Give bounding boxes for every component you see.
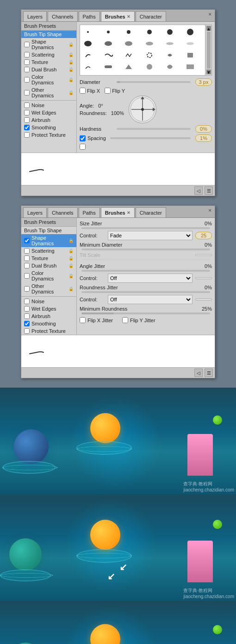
min-roundness-slider[interactable] xyxy=(81,312,210,314)
brush-tip-65[interactable] xyxy=(122,38,135,49)
brush-item-2-airbrush[interactable]: Airbrush xyxy=(21,312,76,320)
brush-item-2-noise[interactable]: Noise xyxy=(21,298,76,305)
brush-item-other-dynamics[interactable]: Other Dynamics 🔒 xyxy=(21,86,76,99)
wet-edges-checkbox-2[interactable] xyxy=(24,306,30,312)
hardness-value[interactable]: 0% xyxy=(195,125,212,133)
flip-x-checkbox[interactable] xyxy=(80,88,86,94)
tab-brushes-1[interactable]: Brushes ✕ xyxy=(101,11,135,21)
protect-texture-checkbox-2[interactable] xyxy=(24,328,30,334)
footer-icon-right-2[interactable]: ☰ xyxy=(205,369,213,377)
extra-checkbox[interactable] xyxy=(80,144,86,150)
color-dynamics-checkbox[interactable] xyxy=(24,77,30,83)
hardness-slider[interactable] xyxy=(117,128,191,130)
tab-channels-1[interactable]: Channels xyxy=(48,11,77,21)
flip-y-label[interactable]: Flip Y xyxy=(105,88,125,94)
brush-tip-35[interactable] xyxy=(81,38,94,49)
flip-y-jitter-label[interactable]: Flip Y Jitter xyxy=(122,317,155,323)
other-dynamics-checkbox[interactable] xyxy=(24,90,30,96)
brush-tip-300[interactable] xyxy=(184,38,197,49)
brush-angle-preview[interactable] xyxy=(129,96,156,123)
brush-item-2-shape-dynamics[interactable]: Shape Dynamics 🔒 xyxy=(21,234,76,247)
brush-tip-13[interactable] xyxy=(122,26,135,38)
brush-item-airbrush[interactable]: Airbrush xyxy=(21,116,76,124)
size-jitter-slider[interactable] xyxy=(81,227,210,229)
brush-tip-9[interactable] xyxy=(102,26,115,38)
spacing-checkbox[interactable] xyxy=(80,135,86,141)
scattering-checkbox[interactable] xyxy=(24,52,30,57)
tab-character-1[interactable]: Character xyxy=(136,11,166,21)
min-diameter-slider[interactable] xyxy=(81,249,210,250)
texture-checkbox-2[interactable] xyxy=(24,255,30,261)
brush-tip-17[interactable] xyxy=(143,26,156,38)
airbrush-checkbox[interactable] xyxy=(24,117,30,123)
spacing-label[interactable]: Spacing xyxy=(80,135,106,141)
brush-tip-s6[interactable] xyxy=(184,50,197,61)
tab-close-icon-2[interactable]: ✕ xyxy=(127,210,130,215)
brush-item-noise[interactable]: Noise xyxy=(21,102,76,109)
brush-tip-45[interactable] xyxy=(102,38,115,49)
other-dynamics-checkbox-2[interactable] xyxy=(24,286,30,292)
diameter-value[interactable]: 3 px xyxy=(195,78,212,86)
spacing-value[interactable]: 1% xyxy=(195,134,212,142)
panel-close-button-2[interactable]: ✕ xyxy=(207,208,213,213)
brush-tip-t5[interactable] xyxy=(163,61,176,72)
brush-tip-s5[interactable] xyxy=(163,50,176,61)
tab-paths-1[interactable]: Paths xyxy=(79,11,100,21)
brush-item-dual-brush[interactable]: Dual Brush 🔒 xyxy=(21,66,76,73)
brush-tip-t2[interactable] xyxy=(102,61,115,72)
brush-tip-s2[interactable] xyxy=(102,50,115,61)
brush-item-smoothing[interactable]: Smoothing xyxy=(21,124,76,131)
brush-item-texture[interactable]: Texture 🔒 xyxy=(21,58,76,66)
flip-y-checkbox[interactable] xyxy=(105,88,111,94)
brush-item-2-scattering[interactable]: Scattering 🔒 xyxy=(21,247,76,255)
brush-tip-s3[interactable] xyxy=(122,50,135,61)
dual-brush-checkbox-2[interactable] xyxy=(24,263,30,268)
flip-x-jitter-checkbox[interactable] xyxy=(80,317,86,323)
noise-checkbox-2[interactable] xyxy=(24,299,30,304)
brush-item-2-texture[interactable]: Texture 🔒 xyxy=(21,255,76,262)
tab-character-2[interactable]: Character xyxy=(136,207,166,217)
flip-x-label[interactable]: Flip X xyxy=(80,88,100,94)
brush-item-2-other-dynamics[interactable]: Other Dynamics 🔒 xyxy=(21,282,76,295)
brush-tip-21[interactable] xyxy=(163,26,176,38)
brush-item-2-color-dynamics[interactable]: Color Dynamics 🔒 xyxy=(21,269,76,282)
brush-tip-t6[interactable] xyxy=(184,61,197,72)
brush-item-wet-edges[interactable]: Wet Edges xyxy=(21,109,76,116)
footer-icon-right-1[interactable]: ☰ xyxy=(205,186,213,195)
diameter-slider[interactable] xyxy=(117,81,191,83)
brush-item-2-brush-tip[interactable]: Brush Tip Shape xyxy=(21,227,76,234)
color-dynamics-checkbox-2[interactable] xyxy=(24,273,30,279)
brush-item-2-wet-edges[interactable]: Wet Edges xyxy=(21,305,76,312)
footer-icon-left-2[interactable]: ◁ xyxy=(194,369,203,377)
brush-item-shape-dynamics[interactable]: Shape Dynamics 🔒 xyxy=(21,38,76,51)
texture-checkbox[interactable] xyxy=(24,59,30,65)
tab-close-icon-1[interactable]: ✕ xyxy=(127,14,130,19)
brush-tip-s1[interactable] xyxy=(81,50,94,61)
flip-x-jitter-label[interactable]: Flip X Jitter xyxy=(80,317,113,323)
footer-icon-left-1[interactable]: ◁ xyxy=(194,186,203,195)
control-fade-select[interactable]: Fade Off Pen Pressure xyxy=(108,231,193,240)
shape-dynamics-checkbox-2[interactable] xyxy=(24,238,30,243)
spacing-slider[interactable] xyxy=(111,137,191,139)
brush-tip-27[interactable] xyxy=(184,26,197,38)
scroll-down-arrow[interactable]: ▼ xyxy=(206,70,211,74)
brush-tip-200[interactable] xyxy=(163,38,176,49)
brush-tip-s4[interactable] xyxy=(143,50,156,61)
brush-item-color-dynamics[interactable]: Color Dynamics 🔒 xyxy=(21,73,76,86)
wet-edges-checkbox[interactable] xyxy=(24,110,30,115)
brush-item-protect-texture[interactable]: Protect Texture xyxy=(21,131,76,139)
brush-item-2-smoothing[interactable]: Smoothing xyxy=(21,320,76,327)
smoothing-checkbox-2[interactable] xyxy=(24,321,30,326)
control-fade-value[interactable]: 25 xyxy=(195,232,212,239)
roundness-jitter-slider[interactable] xyxy=(81,291,210,293)
tab-layers-2[interactable]: Layers xyxy=(23,207,47,217)
scroll-up-arrow[interactable]: ▲ xyxy=(206,26,211,31)
noise-checkbox[interactable] xyxy=(24,102,30,108)
brush-tip-t4[interactable] xyxy=(143,61,156,72)
flip-y-jitter-checkbox[interactable] xyxy=(122,317,128,323)
protect-texture-checkbox[interactable] xyxy=(24,132,30,138)
tab-paths-2[interactable]: Paths xyxy=(79,207,100,217)
panel-close-button-1[interactable]: ✕ xyxy=(207,12,213,17)
brush-tip-t3[interactable] xyxy=(122,61,135,72)
control-off-select-2[interactable]: Off Fade Pen Pressure xyxy=(108,295,193,304)
